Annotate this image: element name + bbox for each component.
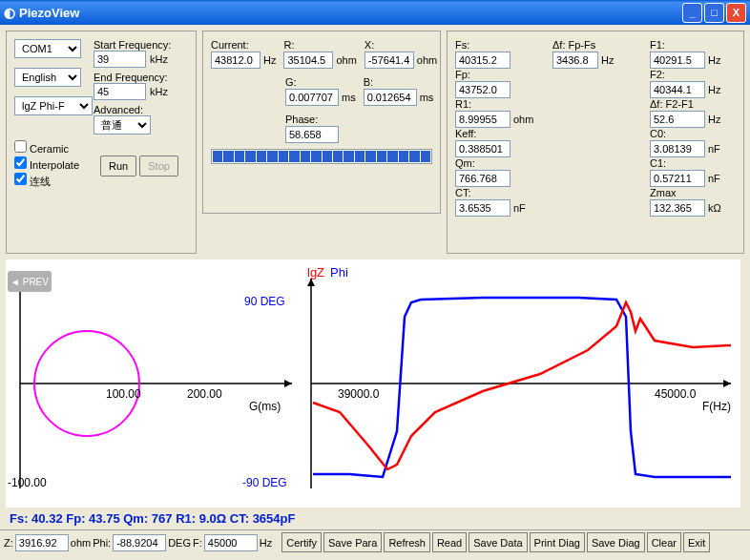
x-value[interactable] xyxy=(365,52,414,69)
khz-unit: kHz xyxy=(150,53,168,65)
advanced-label: Advanced: xyxy=(94,104,171,115)
clear-button[interactable]: Clear xyxy=(647,532,681,552)
progress-bar xyxy=(211,149,432,164)
khz-unit2: kHz xyxy=(150,86,168,97)
ohm-unit: ohm xyxy=(336,54,356,66)
end-freq-label: End Frequency: xyxy=(94,72,171,83)
status-bar: Z: ohm Phi: DEG F: Hz Certify Save Para … xyxy=(0,529,750,554)
f-label: F: xyxy=(193,537,202,549)
df2-value[interactable] xyxy=(650,111,705,128)
g-value[interactable] xyxy=(285,89,339,106)
ohm-unit3: ohm xyxy=(513,114,533,125)
savedata-button[interactable]: Save Data xyxy=(469,532,527,552)
hz-unit5: Hz xyxy=(708,114,720,125)
measure-panel: Current:Hz R:ohm X:ohm G:ms B:ms Phase: xyxy=(202,31,441,214)
plotmode-select[interactable]: lgZ Phi-F xyxy=(14,96,93,115)
z-status[interactable] xyxy=(15,534,69,551)
hz-unit3: Hz xyxy=(708,54,720,66)
svg-text:lgZ: lgZ xyxy=(307,265,324,280)
prev-badge[interactable]: ◄ PREV xyxy=(8,271,52,292)
end-freq-input[interactable] xyxy=(94,83,146,100)
nf-unit2: nF xyxy=(708,143,720,155)
zmax-value[interactable] xyxy=(650,199,705,217)
kohm-unit: kΩ xyxy=(708,202,721,214)
svg-text:-90 DEG: -90 DEG xyxy=(242,476,287,489)
f-status[interactable] xyxy=(204,534,258,551)
deg-label: DEG xyxy=(168,537,191,549)
b-value[interactable] xyxy=(364,89,417,106)
zmax-label: Zmax xyxy=(650,187,736,198)
svg-text:-100.00: -100.00 xyxy=(8,476,47,489)
ct-label: CT: xyxy=(455,187,541,198)
lang-select[interactable]: English xyxy=(14,68,81,87)
maximize-button[interactable]: □ xyxy=(704,3,724,23)
read-button[interactable]: Read xyxy=(432,532,467,552)
config-panel: COM1 English lgZ Phi-F Start Frequency: … xyxy=(6,31,197,254)
titlebar: ◐ PiezoView _ □ X xyxy=(0,0,750,25)
run-button[interactable]: Run xyxy=(100,156,136,176)
start-freq-input[interactable] xyxy=(94,51,146,68)
f1-value[interactable] xyxy=(650,52,705,69)
ct-value[interactable] xyxy=(455,199,510,217)
nf-unit: nF xyxy=(513,202,526,214)
keff-label: Keff: xyxy=(455,128,541,139)
savepara-button[interactable]: Save Para xyxy=(323,532,382,552)
r-value[interactable] xyxy=(283,52,333,69)
qm-value[interactable] xyxy=(455,170,510,187)
ohm-label: ohm xyxy=(71,537,91,549)
minimize-button[interactable]: _ xyxy=(682,3,702,23)
f2-value[interactable] xyxy=(650,81,705,98)
phi-status[interactable] xyxy=(113,534,166,551)
current-value[interactable] xyxy=(211,52,260,69)
r1-value[interactable] xyxy=(455,111,510,128)
hz-label: Hz xyxy=(260,537,272,549)
ohm-unit2: ohm xyxy=(417,54,437,66)
c1-value[interactable] xyxy=(650,170,705,187)
lines-check[interactable]: 连线 xyxy=(14,173,100,189)
ms-unit: ms xyxy=(342,92,356,103)
svg-text:F(Hz): F(Hz) xyxy=(702,400,731,413)
r-label: R: xyxy=(283,39,356,51)
hz-unit: Hz xyxy=(263,54,276,66)
hz-unit4: Hz xyxy=(708,84,720,95)
ceramic-check[interactable]: Ceramic xyxy=(14,140,100,155)
keff-value[interactable] xyxy=(455,140,510,157)
phase-value[interactable] xyxy=(285,126,339,143)
stop-button[interactable]: Stop xyxy=(139,156,178,176)
ms-unit2: ms xyxy=(420,92,434,103)
fs-value[interactable] xyxy=(455,52,510,69)
fp-value[interactable] xyxy=(455,81,510,98)
fs-label: Fs: xyxy=(455,39,541,51)
svg-text:39000.0: 39000.0 xyxy=(338,387,380,401)
phase-label: Phase: xyxy=(285,114,432,125)
exit-button[interactable]: Exit xyxy=(683,532,710,552)
refresh-button[interactable]: Refresh xyxy=(384,532,430,552)
interpolate-check[interactable]: Interpolate xyxy=(14,156,100,171)
savediag-button[interactable]: Save Diag xyxy=(587,532,645,552)
current-label: Current: xyxy=(211,39,276,51)
close-button[interactable]: X xyxy=(726,3,746,23)
b-label: B: xyxy=(364,76,434,88)
hz-unit2: Hz xyxy=(601,54,614,66)
advanced-select[interactable]: 普通 xyxy=(94,115,151,135)
port-select[interactable]: COM1 xyxy=(14,39,81,58)
df1-value[interactable] xyxy=(552,52,598,69)
svg-text:G(ms): G(ms) xyxy=(249,400,281,413)
c0-value[interactable] xyxy=(650,140,705,157)
svg-text:100.00: 100.00 xyxy=(106,387,141,401)
c0-label: C0: xyxy=(650,128,736,139)
app-icon: ◐ xyxy=(4,5,15,20)
certify-button[interactable]: Certify xyxy=(281,532,322,552)
nf-unit3: nF xyxy=(708,173,720,184)
qm-label: Qm: xyxy=(455,157,541,169)
g-label: G: xyxy=(285,76,356,88)
f1-label: F1: xyxy=(650,39,736,51)
phi-label: Phi: xyxy=(93,537,111,549)
df2-label: Δf: F2-F1 xyxy=(650,98,736,110)
x-label: X: xyxy=(365,39,437,51)
summary-line: Fs: 40.32 Fp: 43.75 Qm: 767 R1: 9.0Ω CT:… xyxy=(0,508,750,529)
svg-text:200.00: 200.00 xyxy=(187,387,222,401)
app-title: PiezoView xyxy=(19,6,79,20)
printdiag-button[interactable]: Print Diag xyxy=(530,532,585,552)
start-freq-label: Start Frequency: xyxy=(94,39,171,51)
